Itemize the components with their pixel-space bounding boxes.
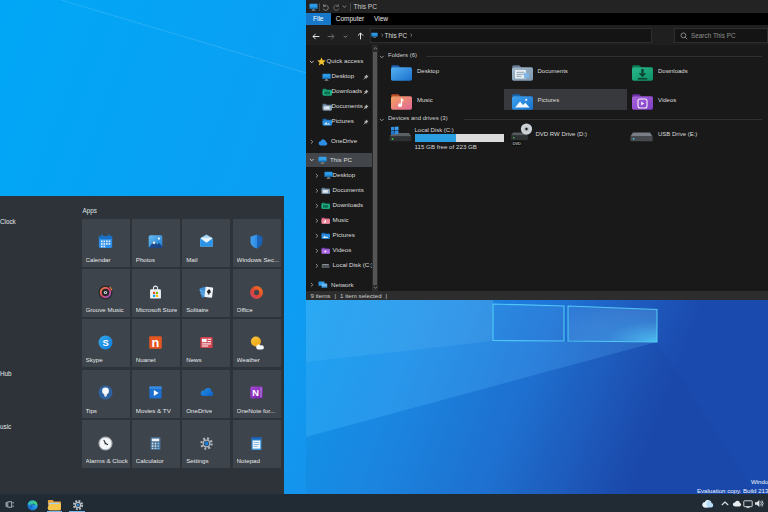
svg-text:S: S xyxy=(102,338,108,348)
svg-text:Windows 10 Pro: Windows 10 Pro xyxy=(751,478,768,485)
svg-text:DVD: DVD xyxy=(513,142,521,146)
svg-text:N: N xyxy=(252,388,259,398)
svg-text:n: n xyxy=(152,335,160,350)
svg-text:Evaluation copy. Build 21343: Evaluation copy. Build 21343 xyxy=(697,487,768,494)
